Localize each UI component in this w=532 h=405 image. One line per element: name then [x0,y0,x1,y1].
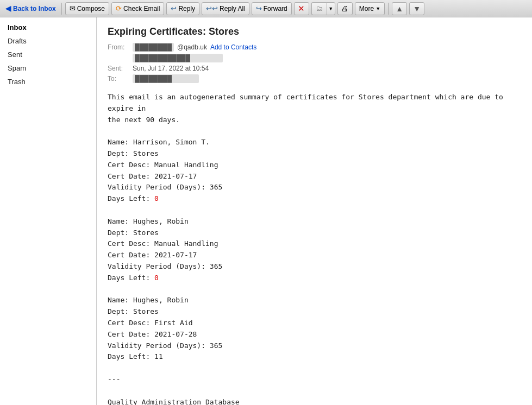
back-to-inbox-label: Back to Inbox [13,5,56,12]
reply-all-icon: ↩↩ [206,4,218,12]
sidebar-item-inbox[interactable]: Inbox [0,21,96,34]
email-separator: --- [108,375,120,383]
to-field: ████████ [133,74,199,83]
sent-label: Sent: [108,65,129,72]
sender-name: ████████ [133,43,174,52]
print-icon: 🖨 [341,4,348,12]
org-name: Quality Administration Database [108,398,240,405]
to-label: To: [108,75,129,83]
cert-entry-1: Name: Hughes, Robin Dept: Stores Cert De… [108,217,222,282]
sidebar-item-trash[interactable]: Trash [0,75,96,88]
from-label: From: [108,43,129,51]
cert-entry-2: Name: Hughes, Robin Dept: Stores Cert De… [108,296,222,360]
back-to-inbox-link[interactable]: ◀ Back to Inbox [3,3,58,14]
email-content-area: Expiring Certificates: Stores From: ████… [97,17,532,405]
forward-icon: ↪ [256,4,262,12]
email-sent-row: Sent: Sun, Jul 17, 2022 at 10:54 [108,65,521,72]
arrow-up-icon: ▲ [396,4,403,13]
days-left-2: 11 [154,352,163,360]
more-label: More [359,5,374,12]
email-intro: This email is an autogenerated summary o… [108,93,508,124]
sidebar: Inbox Drafts Sent Spam Trash [0,17,97,405]
email-body: This email is an autogenerated summary o… [108,92,521,405]
reply-all-button[interactable]: ↩↩ Reply All [202,2,249,15]
toolbar: ◀ Back to Inbox ✉ Compose ⟳ Check Email … [0,0,532,17]
sidebar-item-spam[interactable]: Spam [0,61,96,75]
email-to-row: To: ████████ [108,74,521,83]
reply-icon: ↩ [171,4,177,12]
folder-button[interactable]: 🗂 [311,2,327,15]
more-button[interactable]: More ▼ [355,2,385,15]
add-contacts-link[interactable]: Add to Contacts [210,43,256,51]
check-email-button[interactable]: ⟳ Check Email [111,2,164,15]
days-left-0: 0 [154,194,159,202]
sent-date: Sun, Jul 17, 2022 at 10:54 [133,65,209,72]
chevron-down-icon: ▼ [328,6,333,11]
compose-icon: ✉ [70,4,76,12]
folder-dropdown-button[interactable]: ▼ [327,2,335,15]
cert-entry-0: Name: Harrison, Simon T. Dept: Stores Ce… [108,138,222,202]
compose-label: Compose [77,5,105,12]
email-subject: Expiring Certificates: Stores [108,26,521,37]
forward-label: Forward [264,5,287,12]
sender-email: @qadb.uk [177,43,207,51]
sidebar-item-drafts[interactable]: Drafts [0,34,96,48]
reply-label: Reply [178,5,195,12]
toolbar-separator-1 [61,3,62,15]
sender-display-row: ████████████ [133,54,521,62]
check-email-label: Check Email [123,5,160,12]
reply-all-label: Reply All [220,5,245,12]
thunderbird-icon: ⟳ [116,4,122,12]
move-down-button[interactable]: ▼ [409,2,424,15]
compose-button[interactable]: ✉ Compose [65,2,109,15]
folder-icon: 🗂 [316,4,323,12]
sender-display: ████████████ [133,54,223,62]
email-from-row: From: ████████ @qadb.uk Add to Contacts [108,43,521,52]
toolbar-separator-2 [388,3,389,15]
delete-button[interactable]: ✕ [294,2,309,15]
forward-button[interactable]: ↪ Forward [252,2,292,15]
back-arrow-icon: ◀ [5,4,11,12]
move-up-button[interactable]: ▲ [392,2,407,15]
main-layout: Inbox Drafts Sent Spam Trash Expiring Ce… [0,17,532,405]
sidebar-item-sent[interactable]: Sent [0,48,96,61]
arrow-down-icon: ▼ [413,4,421,13]
more-dropdown-icon: ▼ [375,6,380,11]
print-button[interactable]: 🖨 [337,2,353,15]
reply-button[interactable]: ↩ Reply [166,2,199,15]
days-left-1: 0 [154,274,159,282]
